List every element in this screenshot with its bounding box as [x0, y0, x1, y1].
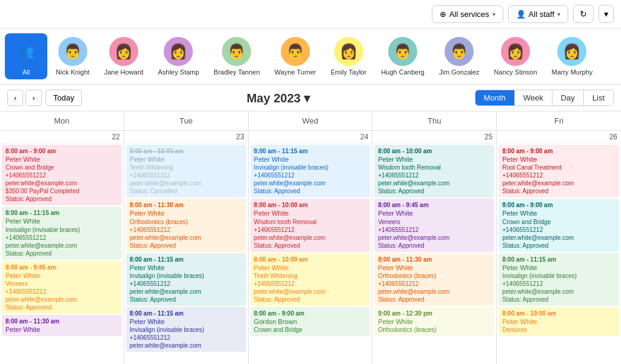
appt-phone: +14065551212	[130, 171, 243, 179]
appt-service: Crown and Bridge	[5, 164, 118, 171]
appt-status: Status: Cancelled	[130, 187, 243, 195]
all-services-button[interactable]: ⊕ All services ▾	[432, 5, 503, 23]
appt-phone: +14065551212	[254, 226, 367, 234]
staff-item-nancy[interactable]: 👩Nancy Stinson	[488, 33, 543, 79]
staff-name-jane: Jane Howard	[104, 68, 144, 76]
appointment[interactable]: 8:00 am - 9:00 amGordon BrownCrown and B…	[250, 307, 371, 336]
avatar-marry: 👩	[557, 37, 586, 66]
appointment[interactable]: 8:00 am - 10:00 amPeter WhiteWisdom toot…	[250, 199, 371, 251]
staff-item-jane[interactable]: 👩Jane Howard	[98, 33, 150, 79]
appointment[interactable]: 8:00 am - 11:15 amPeter WhiteInvisalign …	[126, 307, 246, 352]
appt-status: Status: Approved	[502, 187, 616, 195]
appt-email: peter.white@example.com	[130, 234, 243, 242]
date-num-mon: 22	[0, 131, 124, 144]
appointment[interactable]: 8:00 am - 11:15 amPeter WhiteInvisalign …	[498, 253, 619, 306]
appt-service: Invisalign (invisable braces)	[254, 164, 367, 171]
appt-email: peter.white@example.com	[378, 179, 491, 187]
staff-item-marry[interactable]: 👩Marry Murphy	[546, 33, 599, 79]
appt-phone: +14065551212	[130, 334, 243, 342]
appointment[interactable]: 9:00 am - 12:30 pmPeter WhiteOrthodontic…	[374, 307, 494, 336]
appointment[interactable]: 8:00 am - 9:45 amPeter WhiteVeneers+1406…	[2, 261, 122, 314]
staff-item-hugh[interactable]: 👨Hugh Canberg	[375, 33, 431, 79]
prev-button[interactable]: ‹	[7, 90, 23, 106]
view-btn-month[interactable]: Month	[475, 90, 515, 105]
appt-name: Peter White	[502, 209, 616, 217]
appt-service: Invisalign (invisable braces)	[5, 226, 118, 234]
appt-service: Crown and Bridge	[502, 218, 616, 226]
appt-time: 8:00 am - 11:30 am	[130, 201, 243, 209]
appt-time: 8:00 am - 10:00 am	[378, 147, 491, 155]
staff-name-nancy: Nancy Stinson	[494, 68, 537, 76]
today-button[interactable]: Today	[45, 90, 82, 106]
appt-name: Peter White	[378, 317, 491, 326]
appt-email: peter.white@example.com	[378, 288, 491, 296]
appt-service: Root Canal Treatment	[502, 164, 616, 171]
appt-email: peter.white@example.com	[378, 234, 491, 242]
appointment[interactable]: 8:00 am - 11:30 amPeter WhiteOrthodontic…	[374, 253, 494, 306]
staff-item-wayne[interactable]: 👨Wayne Turner	[269, 33, 323, 79]
staff-chevron-icon: ▾	[557, 11, 560, 18]
staff-name-hugh: Hugh Canberg	[381, 68, 425, 76]
appt-time: 8:00 am - 11:30 am	[5, 317, 118, 325]
appt-phone: +14065551212	[502, 226, 616, 234]
appointment[interactable]: 8:00 am - 10:00 amPeter WhiteWisdom toot…	[374, 145, 494, 197]
staff-item-jim[interactable]: 👨Jim Gonzalez	[433, 33, 486, 79]
appointment[interactable]: 8:00 am - 10:00 amPeter WhiteDentures	[498, 307, 619, 336]
appointment[interactable]: 8:00 am - 11:15 amPeter WhiteInvisalign …	[126, 253, 246, 306]
date-num-wed: 24	[249, 131, 372, 144]
appt-status: Status: Approved	[254, 187, 367, 195]
refresh-button[interactable]: ↻	[573, 5, 594, 23]
staff-name-marry: Marry Murphy	[552, 68, 593, 76]
calendar-title: May 2023 ▾	[82, 91, 474, 105]
view-btn-day[interactable]: Day	[552, 90, 584, 105]
view-buttons: MonthWeekDayList	[475, 90, 614, 106]
appointment[interactable]: 8:00 am - 10:00 amPeter WhiteTeeth White…	[126, 145, 246, 197]
avatar-jim: 👨	[445, 37, 474, 66]
avatar-jane: 👩	[109, 37, 138, 66]
all-staff-button[interactable]: 👤 All staff ▾	[508, 5, 568, 23]
appt-email: peter.white@example.com	[254, 179, 367, 187]
staff-item-all[interactable]: 👥All	[5, 33, 47, 79]
staff-item-nick[interactable]: 👨Nick Knight	[50, 33, 96, 79]
appt-status: Status: Approved	[130, 296, 243, 303]
appt-name: Gordon Brown	[254, 317, 367, 326]
appointment[interactable]: 8:00 am - 11:30 amPeter White	[2, 315, 122, 336]
staff-row: 👥All👨Nick Knight👩Jane Howard👩Ashley Stam…	[0, 28, 621, 85]
appt-time: 8:00 am - 11:15 am	[130, 309, 243, 317]
avatar-ashley: 👩	[164, 37, 193, 66]
day-header-tue: Tue	[124, 111, 249, 130]
appointment[interactable]: 8:00 am - 11:30 amPeter WhiteOrthodontic…	[126, 199, 246, 251]
appt-phone: +14065551212	[254, 280, 367, 288]
appointment[interactable]: 8:00 am - 11:15 amPeter WhiteInvisalign …	[250, 145, 371, 197]
staff-item-ashley[interactable]: 👩Ashley Stamp	[152, 33, 205, 79]
appointment[interactable]: 8:00 am - 9:00 amPeter WhiteCrown and Br…	[2, 145, 122, 205]
staff-name-all: All	[22, 68, 30, 76]
appt-email: peter.white@example.com	[130, 288, 243, 296]
appointment[interactable]: 8:00 am - 10:00 amPeter WhiteTeeth White…	[250, 253, 371, 306]
appointment[interactable]: 8:00 am - 11:15 amPeter WhiteInvisalign …	[2, 207, 122, 259]
appt-phone: +14065551212	[130, 280, 243, 288]
appt-time: 8:00 am - 9:00 am	[502, 201, 616, 209]
appt-email: peter.white@example.com	[254, 288, 367, 296]
view-btn-week[interactable]: Week	[515, 90, 552, 105]
staff-name-bradley: Bradley Tannen	[213, 68, 260, 76]
staff-item-bradley[interactable]: 👨Bradley Tannen	[207, 33, 266, 79]
nav-buttons: ‹ ›	[7, 90, 42, 106]
services-chevron-icon: ▾	[492, 11, 495, 18]
appointment[interactable]: 8:00 am - 9:00 amPeter WhiteRoot Canal T…	[498, 145, 619, 197]
appointment[interactable]: 8:00 am - 9:00 amPeter WhiteCrown and Br…	[498, 199, 619, 251]
appt-status: Status: Approved	[130, 242, 243, 250]
calendar-dropdown-icon: ▾	[304, 91, 310, 105]
appt-name: Peter White	[254, 155, 367, 164]
appt-service: Dentures	[502, 326, 616, 334]
more-button[interactable]: ▾	[599, 5, 614, 23]
appointment[interactable]: 8:00 am - 9:45 amPeter WhiteVeneers+1406…	[374, 199, 494, 251]
appt-phone: +14065551212	[5, 171, 118, 179]
view-btn-list[interactable]: List	[584, 90, 613, 105]
day-col-thu: 258:00 am - 10:00 amPeter WhiteWisdom to…	[372, 131, 497, 364]
next-button[interactable]: ›	[25, 90, 41, 106]
appt-time: 8:00 am - 9:45 am	[5, 263, 118, 271]
appt-name: Peter White	[378, 209, 491, 217]
staff-item-emily[interactable]: 👩Emily Taylor	[324, 33, 372, 79]
date-num-thu: 25	[372, 131, 496, 144]
